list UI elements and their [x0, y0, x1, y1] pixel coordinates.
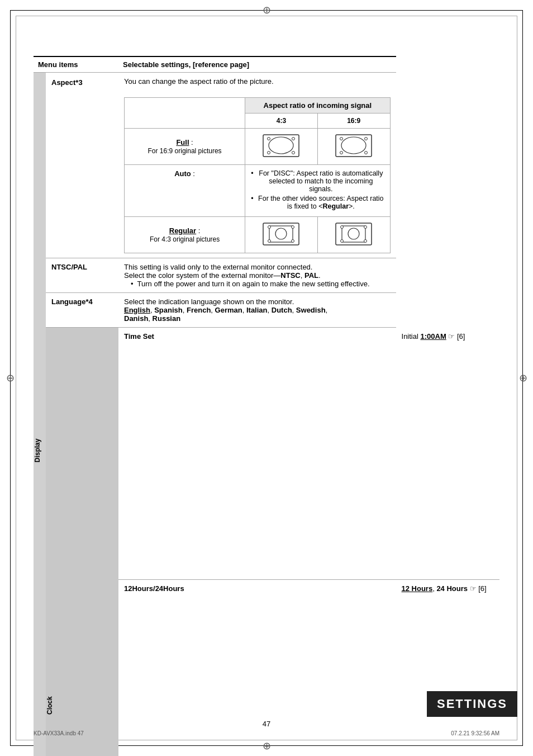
footer-file: KD-AVX33A.indb 47: [34, 730, 84, 736]
svg-point-15: [292, 226, 294, 229]
ntscpal-desc1: This setting is valid only to the extern…: [124, 263, 391, 271]
regular-43-icon-cell: [245, 217, 318, 253]
svg-point-2: [268, 138, 270, 140]
full-colon: :: [189, 138, 193, 147]
svg-point-7: [341, 137, 366, 154]
full-desc: For 16:9 original pictures: [148, 147, 222, 155]
svg-point-11: [365, 152, 368, 154]
svg-point-21: [341, 226, 344, 229]
svg-point-9: [365, 138, 368, 140]
svg-point-16: [268, 240, 271, 243]
svg-point-8: [340, 138, 343, 140]
timeset-label: Time Set: [124, 332, 154, 341]
language-menu-item: Language*4: [46, 293, 118, 328]
clock-category-label: Clock: [46, 328, 54, 756]
full-169-icon-cell: [317, 129, 390, 165]
regular-169-icon-cell: [317, 217, 390, 253]
col-menu-header: Menu items: [34, 56, 118, 73]
language-desc2: English, Spanish, French, German, Italia…: [124, 306, 391, 323]
reg-mark-left: ⊕: [4, 372, 16, 384]
page-number: 47: [263, 720, 270, 728]
regular-169-icon: [334, 221, 373, 247]
full-mode-label: Full : For 16:9 original pictures: [125, 129, 245, 165]
full-43-icon: [261, 133, 301, 158]
hours-menu-item: 12Hours/24Hours: [118, 580, 396, 757]
regular-desc: For 4:3 original pictures: [150, 235, 220, 243]
hours-settings: 12 Hours, 24 Hours ☞ [6]: [396, 580, 499, 757]
auto-colon: :: [191, 169, 195, 178]
regular-colon: :: [196, 226, 200, 235]
auto-bullet-1: For "DISC": Aspect ratio is automaticall…: [251, 169, 384, 193]
hours-desc: 12 Hours, 24 Hours ☞ [6]: [402, 584, 487, 593]
settings-banner: SETTINGS: [427, 691, 517, 717]
footer-date: 07.2.21 9:32:56 AM: [451, 730, 499, 736]
col-169-header: 16:9: [317, 114, 390, 129]
svg-point-18: [275, 228, 287, 239]
ntscpal-desc2: Select the color system of the external …: [124, 271, 391, 280]
auto-bullet-2: For the other video sources: Aspect rati…: [251, 195, 384, 210]
col-43-header: 4:3: [245, 114, 318, 129]
auto-mode-label: Auto :: [125, 165, 245, 217]
col-settings-header: Selectable settings, [reference page]: [118, 56, 396, 73]
full-label: Full: [176, 138, 189, 147]
regular-label: Regular: [169, 226, 196, 235]
timeset-settings: Initial 1:00AM ☞ [6]: [396, 328, 499, 580]
svg-point-4: [268, 152, 270, 154]
language-settings: Select the indication language shown on …: [118, 293, 396, 328]
aspect-ratio-header: Aspect ratio of incoming signal: [245, 98, 390, 114]
display-category-label: Display: [34, 73, 41, 756]
language-desc1: Select the indication language shown on …: [124, 297, 391, 306]
full-169-icon: [334, 133, 373, 158]
timeset-desc: Initial 1:00AM ☞ [6]: [402, 332, 465, 341]
full-43-icon-cell: [245, 129, 318, 165]
svg-point-23: [341, 240, 344, 243]
auto-label: Auto: [174, 169, 191, 178]
svg-point-5: [292, 152, 295, 154]
aspect-settings: You can change the aspect ratio of the p…: [118, 73, 396, 258]
svg-point-1: [269, 137, 293, 154]
svg-point-14: [268, 226, 271, 229]
aspect-menu-item: Aspect*3: [46, 73, 118, 258]
svg-point-25: [348, 228, 359, 239]
hours-label: 12Hours/24Hours: [124, 584, 184, 593]
svg-point-24: [364, 240, 367, 243]
display-category-cell: Display: [34, 73, 46, 757]
ntscpal-label: NTSC/PAL: [51, 263, 87, 271]
svg-point-17: [292, 240, 294, 243]
auto-desc: For "DISC": Aspect ratio is automaticall…: [245, 165, 390, 217]
regular-43-icon: [261, 221, 301, 247]
ntscpal-menu-item: NTSC/PAL: [46, 258, 118, 293]
clock-category-cell: Clock: [46, 328, 118, 757]
svg-point-10: [340, 152, 343, 154]
regular-mode-label: Regular : For 4:3 original pictures: [125, 217, 245, 253]
svg-point-3: [292, 138, 295, 140]
aspect-label: Aspect*3: [51, 78, 83, 87]
ntscpal-settings: This setting is valid only to the extern…: [118, 258, 396, 293]
aspect-desc: You can change the aspect ratio of the p…: [124, 77, 391, 86]
ntscpal-desc3: • Turn off the power and turn it on agai…: [124, 280, 391, 288]
language-label: Language*4: [51, 297, 93, 306]
reg-mark-top: ⊕: [261, 4, 272, 16]
svg-point-22: [364, 226, 367, 229]
timeset-menu-item: Time Set: [118, 328, 396, 580]
reg-mark-right: ⊕: [517, 372, 529, 384]
